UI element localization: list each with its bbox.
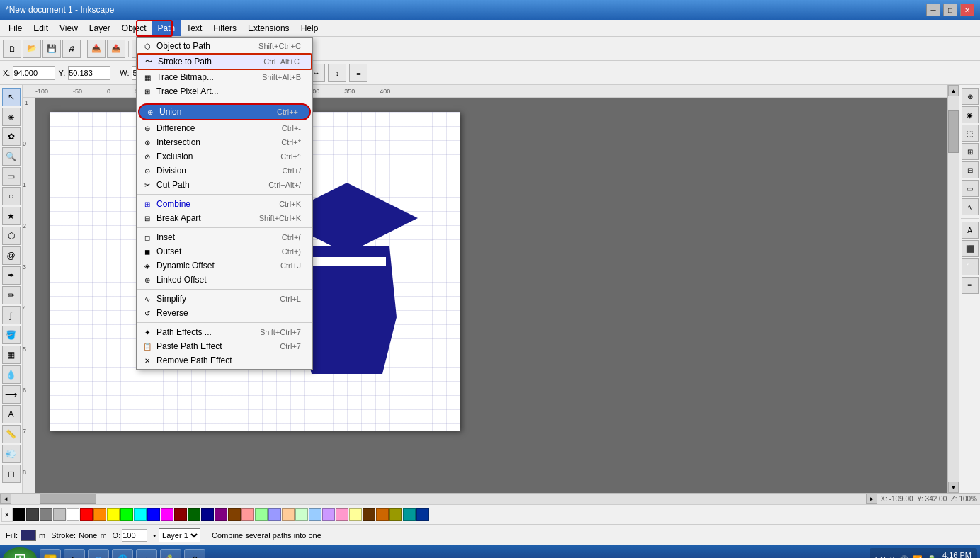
- scroll-up-button[interactable]: ▲: [948, 85, 959, 96]
- color-rust[interactable]: [376, 508, 389, 521]
- menu-text[interactable]: Text: [181, 20, 207, 36]
- no-color-swatch[interactable]: ✕: [1, 508, 13, 522]
- color-lightblue[interactable]: [268, 508, 281, 521]
- save-button[interactable]: 💾: [42, 40, 61, 58]
- menu-extensions[interactable]: Extensions: [242, 20, 295, 36]
- menu-trace-pixel[interactable]: ⊞ Trace Pixel Art...: [137, 84, 312, 98]
- menu-exclusion[interactable]: ⊘ Exclusion Ctrl+^: [137, 149, 312, 164]
- menu-combine[interactable]: ⊞ Combine Ctrl+K: [137, 197, 312, 211]
- menu-reverse[interactable]: ↺ Reverse: [137, 306, 312, 320]
- layer-select[interactable]: Layer 1: [159, 528, 200, 542]
- fill-color-swatch[interactable]: [21, 530, 36, 541]
- color-darkgreen[interactable]: [188, 508, 200, 521]
- color-pink[interactable]: [336, 508, 348, 521]
- menu-layer[interactable]: Layer: [84, 20, 116, 36]
- spiral-tool[interactable]: @: [2, 246, 21, 265]
- y-field[interactable]: [68, 66, 110, 80]
- select-tool[interactable]: ↖: [2, 88, 21, 106]
- color-white[interactable]: [67, 508, 79, 521]
- align-button[interactable]: ≡: [349, 64, 368, 82]
- pen-tool[interactable]: ✒: [2, 266, 21, 285]
- menu-edit[interactable]: Edit: [28, 20, 54, 36]
- snap-button[interactable]: ⊕: [962, 88, 979, 105]
- color-darkgray[interactable]: [26, 508, 39, 521]
- zoom-tool[interactable]: 🔍: [2, 147, 21, 166]
- menu-object[interactable]: Object: [116, 20, 152, 36]
- snap-page[interactable]: ▭: [962, 180, 979, 197]
- pencil-tool[interactable]: ✏: [2, 286, 21, 304]
- color-gray[interactable]: [40, 508, 52, 521]
- menu-remove-path-effect[interactable]: ✕ Remove Path Effect: [137, 353, 312, 368]
- color-peach[interactable]: [282, 508, 295, 521]
- open-button[interactable]: 📂: [23, 40, 41, 58]
- x-field[interactable]: [13, 66, 55, 80]
- connector-tool[interactable]: ⟶: [2, 385, 21, 404]
- hscroll-track[interactable]: [11, 494, 866, 504]
- color-lightyellow[interactable]: [349, 508, 362, 521]
- color-darkblue[interactable]: [201, 508, 214, 521]
- taskbar-btn-explorer[interactable]: [40, 549, 61, 558]
- snap-bbox[interactable]: ⬚: [962, 125, 979, 142]
- color-red[interactable]: [80, 508, 93, 521]
- snap-path[interactable]: ∿: [962, 198, 979, 215]
- close-button[interactable]: ✕: [960, 4, 974, 16]
- taskbar-btn-inkscape[interactable]: ✒: [136, 549, 157, 558]
- hscroll-thumb[interactable]: [40, 494, 96, 504]
- horizontal-scrollbar[interactable]: ◄ ► X: -109.00 Y: 342.00 Z: 100%: [0, 493, 980, 504]
- spray-tool[interactable]: 💨: [2, 445, 21, 463]
- menu-difference[interactable]: ⊖ Difference Ctrl+-: [137, 121, 312, 135]
- flip-v-button[interactable]: ↕: [328, 64, 346, 82]
- menu-filters[interactable]: Filters: [207, 20, 242, 36]
- vertical-scrollbar[interactable]: ▲ ▼: [947, 85, 959, 493]
- color-lightgreen[interactable]: [255, 508, 268, 521]
- eraser-tool[interactable]: ◻: [2, 465, 21, 483]
- menu-dynamic-offset[interactable]: ◈ Dynamic Offset Ctrl+J: [137, 258, 312, 273]
- taskbar-btn-settings[interactable]: ⚙: [184, 549, 205, 558]
- color-blue[interactable]: [147, 508, 160, 521]
- color-purple[interactable]: [215, 508, 227, 521]
- help-icon[interactable]: ?: [890, 555, 894, 558]
- color-navy[interactable]: [416, 508, 429, 521]
- menu-outset[interactable]: ◼ Outset Ctrl+): [137, 244, 312, 258]
- right-btn-1[interactable]: A: [962, 222, 979, 239]
- taskbar-btn-media[interactable]: ▶: [64, 549, 85, 558]
- menu-stroke-to-path[interactable]: 〜 Stroke to Path Ctrl+Alt+C: [137, 53, 312, 70]
- menu-inset[interactable]: ◻ Inset Ctrl+(: [137, 230, 312, 244]
- menu-file[interactable]: File: [3, 20, 28, 36]
- color-mintgreen[interactable]: [295, 508, 308, 521]
- print-button[interactable]: 🖨: [62, 40, 81, 58]
- menu-break-apart[interactable]: ⊟ Break Apart Shift+Ctrl+K: [137, 211, 312, 225]
- color-black[interactable]: [13, 508, 25, 521]
- measure-tool[interactable]: 📏: [2, 425, 21, 443]
- color-silver[interactable]: [53, 508, 66, 521]
- maximize-button[interactable]: □: [943, 4, 957, 16]
- node-tool[interactable]: ◈: [2, 108, 21, 126]
- 3d-box-tool[interactable]: ⬡: [2, 227, 21, 245]
- menu-cut-path[interactable]: ✂ Cut Path Ctrl+Alt+/: [137, 178, 312, 192]
- color-yellow[interactable]: [107, 508, 120, 521]
- snap-guide[interactable]: ⊞: [962, 143, 979, 160]
- color-orange[interactable]: [93, 508, 106, 521]
- color-lavender[interactable]: [322, 508, 335, 521]
- gradient-tool[interactable]: ▦: [2, 346, 21, 364]
- menu-trace-bitmap[interactable]: ▦ Trace Bitmap... Shift+Alt+B: [137, 70, 312, 84]
- scroll-right-button[interactable]: ►: [866, 494, 877, 504]
- menu-path[interactable]: Path: [152, 20, 181, 36]
- right-btn-2[interactable]: ⬛: [962, 240, 979, 257]
- taskbar-btn-network[interactable]: 🌐: [112, 549, 133, 558]
- color-skyblue[interactable]: [309, 508, 321, 521]
- menu-paste-path-effect[interactable]: 📋 Paste Path Effect Ctrl+7: [137, 339, 312, 353]
- ellipse-tool[interactable]: ○: [2, 187, 21, 205]
- menu-union[interactable]: ⊕ Union Ctrl++: [138, 103, 311, 120]
- snap-nodes[interactable]: ◉: [962, 106, 979, 123]
- new-button[interactable]: 🗋: [3, 40, 21, 58]
- minimize-button[interactable]: ─: [926, 4, 940, 16]
- text-tool[interactable]: A: [2, 405, 21, 423]
- dropper-tool[interactable]: 💧: [2, 365, 21, 384]
- color-brown[interactable]: [228, 508, 241, 521]
- color-lightred[interactable]: [241, 508, 254, 521]
- import-button[interactable]: 📥: [87, 40, 106, 58]
- snap-grid[interactable]: ⊟: [962, 161, 979, 178]
- opacity-field[interactable]: [122, 529, 147, 542]
- start-button[interactable]: ⊞: [3, 547, 37, 558]
